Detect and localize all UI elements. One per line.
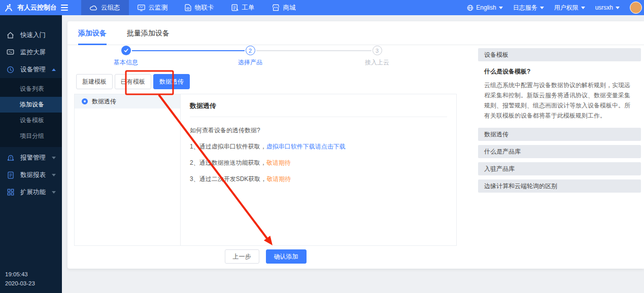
sidebar-item-alarm-mgmt[interactable]: 报警管理 [0, 149, 62, 166]
storefront-icon [272, 4, 280, 11]
step-2-circle: 2 [246, 46, 255, 55]
clock-time: 19:05:43 [5, 270, 35, 279]
chevron-down-icon [499, 7, 503, 9]
wizard-footer: 上一步 确认添加 [67, 249, 463, 264]
confirm-add-button[interactable]: 确认添加 [266, 249, 307, 264]
nav-iot-sim[interactable]: 物联卡 [176, 0, 223, 15]
sidebar-item-quick-start[interactable]: 快速入门 [0, 26, 62, 44]
top-navigation: 云组态 云监测 物联卡 [81, 0, 304, 15]
chevron-down-icon [581, 7, 585, 9]
alarm-bell-icon [7, 154, 14, 162]
passthrough-content-box: 数据透传 数据透传 如何查看设备的透传数据? 1、通过虚拟串口软件获取，虚拟串口… [74, 94, 457, 246]
detail-item-2: 2、通过数据推送功能获取，敬请期待 [190, 159, 447, 167]
help-panel-what-is-product-lib[interactable]: 什么是产品库 [478, 145, 641, 158]
help-panel-body: 什么是设备模板? 云组态系统中配置与设备数据协议的解析规则，实现远程采集和控制。… [478, 61, 641, 128]
data-passthrough-button[interactable]: 数据透传 [153, 74, 190, 89]
help-panel-edge-vs-cloud-polling[interactable]: 边缘计算和云端轮询的区别 [478, 179, 641, 193]
sidebar-item-project-group[interactable]: 项目分组 [0, 128, 62, 144]
sidebar-item-device-mgmt[interactable]: 设备管理 [0, 61, 62, 78]
device-mgmt-submenu: 设备列表 添加设备 设备模板 项目分组 [0, 78, 62, 147]
chevron-down-icon [52, 157, 56, 159]
help-panel-column: 设备模板 什么是设备模板? 云组态系统中配置与设备数据协议的解析规则，实现远程采… [478, 48, 641, 193]
help-panel-device-template[interactable]: 设备模板 [478, 48, 641, 61]
previous-step-button[interactable]: 上一步 [225, 249, 259, 264]
topbar-right: English 日志服务 用户权限 usrsxh [467, 2, 644, 14]
user-account-menu[interactable]: usrsxh [595, 4, 620, 11]
help-panel-data-passthrough[interactable]: 数据透传 [478, 128, 641, 141]
avatar[interactable] [630, 2, 642, 14]
chevron-down-icon [52, 191, 56, 194]
chevron-up-icon [52, 68, 56, 71]
user-permission-menu[interactable]: 用户权限 [554, 4, 585, 12]
template-mode-buttons: 新建模板 已有模板 数据透传 [76, 74, 190, 89]
sidebar-item-data-report[interactable]: 数据报表 [0, 166, 62, 184]
globe-icon [467, 5, 473, 11]
language-switcher[interactable]: English [467, 4, 502, 11]
detail-item-1: 1、通过虚拟串口软件获取，虚拟串口软件下载请点击下载 [190, 142, 447, 151]
step-select-product: 2 选择产品 [220, 46, 281, 67]
nav-work-order[interactable]: 工单 [223, 0, 263, 15]
monitor-chart-icon [138, 5, 145, 11]
sidebar-item-extensions[interactable]: 扩展功能 [0, 184, 62, 201]
existing-template-button[interactable]: 已有模板 [115, 74, 151, 89]
nav-cloud-scada[interactable]: 云组态 [81, 0, 129, 15]
tab-add-device[interactable]: 添加设备 [78, 21, 107, 45]
nav-cloud-monitor[interactable]: 云监测 [129, 0, 177, 15]
chevron-down-icon [616, 7, 620, 9]
chevron-down-icon [52, 174, 56, 176]
step-basic-info: 基本信息 [95, 46, 156, 67]
sidebar-item-add-device[interactable]: 添加设备 [0, 97, 62, 113]
sidebar-item-device-template[interactable]: 设备模板 [0, 113, 62, 128]
coming-soon-label: 敬请期待 [266, 175, 291, 182]
device-clock-icon [7, 66, 14, 74]
home-icon [7, 31, 14, 39]
cloud-icon [90, 5, 97, 11]
app-title: 有人云控制台 [17, 3, 57, 12]
main-card: 添加设备 批量添加设备 基本信息 2 选择产品 3 接入上云 新建模板 已有模板… [67, 21, 644, 269]
passthrough-detail: 数据透传 如何查看设备的透传数据? 1、通过虚拟串口软件获取，虚拟串口软件下载请… [181, 94, 456, 245]
help-panel-join-product-lib[interactable]: 入驻产品库 [478, 162, 641, 175]
page-tabs: 添加设备 批量添加设备 [67, 21, 644, 45]
sidebar-item-monitor-screen[interactable]: 监控大屏 [0, 44, 62, 61]
sidebar: 快速入门 监控大屏 设备管理 设备列表 添加设备 设备模板 项目分组 [0, 15, 62, 293]
usr-person-logo-icon [4, 3, 13, 12]
grid-apps-icon [7, 189, 14, 196]
step-connect-cloud: 3 接入上云 [347, 46, 408, 67]
clock-date: 2020-03-23 [5, 279, 35, 288]
sidebar-clock: 19:05:43 2020-03-23 [5, 270, 35, 288]
step-done-check-icon [121, 46, 131, 55]
detail-question: 如何查看设备的透传数据? [190, 126, 447, 135]
new-template-button[interactable]: 新建模板 [76, 74, 113, 89]
detail-title: 数据透传 [190, 101, 447, 117]
coming-soon-label: 敬请期待 [266, 159, 291, 166]
tab-batch-add-device[interactable]: 批量添加设备 [127, 21, 170, 45]
radio-selected-icon[interactable] [82, 98, 88, 104]
big-screen-icon [7, 49, 14, 56]
detail-item-3: 3、通过二次开发SDK获取，敬请期待 [190, 175, 447, 184]
virtual-serial-download-link[interactable]: 虚拟串口软件下载请点击下载 [266, 143, 346, 150]
logo[interactable]: 有人云控制台 [0, 3, 77, 12]
menu-toggle-icon[interactable] [61, 5, 68, 11]
nav-mall[interactable]: 商城 [263, 0, 304, 15]
sidebar-item-device-list[interactable]: 设备列表 [0, 81, 62, 97]
log-service-menu[interactable]: 日志服务 [513, 4, 544, 12]
sim-card-icon [185, 4, 191, 11]
report-doc-icon [7, 171, 14, 179]
step-3-circle: 3 [372, 46, 382, 55]
chevron-down-icon [540, 7, 544, 9]
option-data-passthrough[interactable]: 数据透传 [75, 94, 180, 108]
option-list: 数据透传 [75, 94, 181, 245]
topbar: 有人云控制台 云组态 云监测 [0, 0, 644, 15]
work-order-icon [231, 4, 239, 11]
